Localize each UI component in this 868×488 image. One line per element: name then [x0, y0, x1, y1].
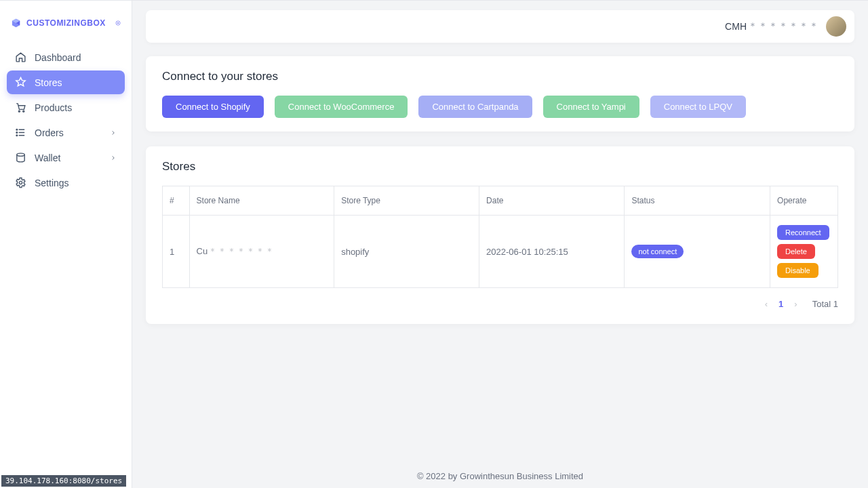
col-status: Status: [625, 186, 770, 216]
pagination: ‹ 1 › Total 1: [162, 298, 838, 310]
status-url: 39.104.178.160:8080/stores: [1, 475, 126, 487]
sidebar: CUSTOMIZINGBOX Dashboard Stores Products…: [0, 1, 132, 488]
nav-stores[interactable]: Stores: [7, 70, 125, 94]
svg-point-4: [16, 129, 18, 130]
nav-label: Settings: [35, 178, 69, 188]
nav-label: Products: [35, 102, 72, 113]
cell-operate: Reconnect Delete Disable: [770, 216, 838, 288]
nav-products[interactable]: Products: [7, 96, 125, 119]
table-header-row: # Store Name Store Type Date Status Oper…: [163, 186, 838, 216]
wallet-icon: [15, 152, 26, 163]
main: CMH＊＊＊＊＊＊＊ Connect to your stores Connec…: [132, 1, 868, 488]
connect-card: Connect to your stores Connect to Shopif…: [146, 56, 854, 131]
nav: Dashboard Stores Products Orders Wallet: [0, 43, 132, 199]
svg-point-2: [18, 110, 20, 112]
page-total: Total 1: [812, 299, 838, 309]
reconnect-button[interactable]: Reconnect: [777, 225, 829, 240]
cell-type: shopify: [334, 216, 479, 288]
nav-wallet[interactable]: Wallet: [7, 146, 125, 169]
stores-card: Stores # Store Name Store Type Date Stat…: [146, 146, 854, 324]
nav-orders[interactable]: Orders: [7, 121, 125, 144]
footer: © 2022 by Growinthesun Business Limited: [132, 471, 868, 481]
page-current[interactable]: 1: [778, 299, 783, 309]
svg-point-3: [23, 110, 24, 112]
home-icon: [15, 52, 26, 63]
cube-icon: [11, 14, 21, 32]
nav-dashboard[interactable]: Dashboard: [7, 45, 125, 69]
nav-label: Wallet: [35, 152, 60, 163]
connect-yampi-button[interactable]: Connect to Yampi: [543, 96, 639, 118]
connect-shopify-button[interactable]: Connect to Shopify: [162, 96, 264, 118]
svg-point-1: [117, 22, 119, 24]
cart-icon: [15, 102, 26, 113]
star-icon: [15, 77, 26, 88]
svg-point-7: [17, 153, 24, 156]
status-badge: not connect: [631, 245, 684, 258]
cell-name: Cu＊＊＊＊＊＊＊: [189, 216, 334, 288]
brand-name: CUSTOMIZINGBOX: [26, 18, 106, 28]
nav-label: Stores: [35, 77, 62, 88]
delete-button[interactable]: Delete: [777, 244, 815, 259]
list-icon: [15, 127, 26, 138]
col-type: Store Type: [334, 186, 479, 216]
app-root: CUSTOMIZINGBOX Dashboard Stores Products…: [0, 0, 868, 488]
gear-icon: [15, 177, 26, 188]
nav-label: Orders: [35, 127, 64, 138]
connect-buttons: Connect to Shopify Connect to WooCommerc…: [162, 96, 838, 118]
connect-cartpanda-button[interactable]: Connect to Cartpanda: [418, 96, 532, 118]
user-mask: ＊＊＊＊＊＊＊: [748, 20, 819, 33]
nav-settings[interactable]: Settings: [7, 171, 125, 195]
connect-woo-button[interactable]: Connect to WooCommerce: [275, 96, 408, 118]
nav-label: Dashboard: [35, 52, 81, 63]
chevron-right-icon: [110, 155, 117, 161]
page-next[interactable]: ›: [791, 298, 800, 310]
svg-point-6: [16, 135, 18, 136]
col-operate: Operate: [770, 186, 838, 216]
col-name: Store Name: [189, 186, 334, 216]
svg-point-5: [16, 132, 18, 134]
topbar: CMH＊＊＊＊＊＊＊: [146, 10, 854, 43]
col-idx: #: [163, 186, 190, 216]
chevron-right-icon: [110, 129, 117, 136]
logo[interactable]: CUSTOMIZINGBOX: [0, 9, 132, 43]
svg-point-8: [19, 181, 22, 184]
cell-status: not connect: [625, 216, 770, 288]
name-mask: ＊＊＊＊＊＊＊: [208, 246, 275, 256]
connect-lpqv-button[interactable]: Connect to LPQV: [650, 96, 746, 118]
cell-date: 2022-06-01 10:25:15: [479, 216, 625, 288]
target-icon[interactable]: [115, 18, 121, 28]
stores-title: Stores: [162, 160, 838, 174]
page-prev[interactable]: ‹: [762, 298, 770, 310]
name-prefix: Cu: [197, 246, 208, 256]
cell-idx: 1: [163, 216, 190, 288]
user-prefix: CMH: [725, 21, 747, 32]
user-label[interactable]: CMH＊＊＊＊＊＊＊: [725, 20, 819, 33]
table-row: 1 Cu＊＊＊＊＊＊＊ shopify 2022-06-01 10:25:15 …: [163, 216, 838, 288]
stores-table: # Store Name Store Type Date Status Oper…: [162, 186, 838, 288]
avatar[interactable]: [826, 16, 846, 37]
connect-title: Connect to your stores: [162, 70, 838, 83]
col-date: Date: [479, 186, 625, 216]
disable-button[interactable]: Disable: [777, 263, 818, 278]
